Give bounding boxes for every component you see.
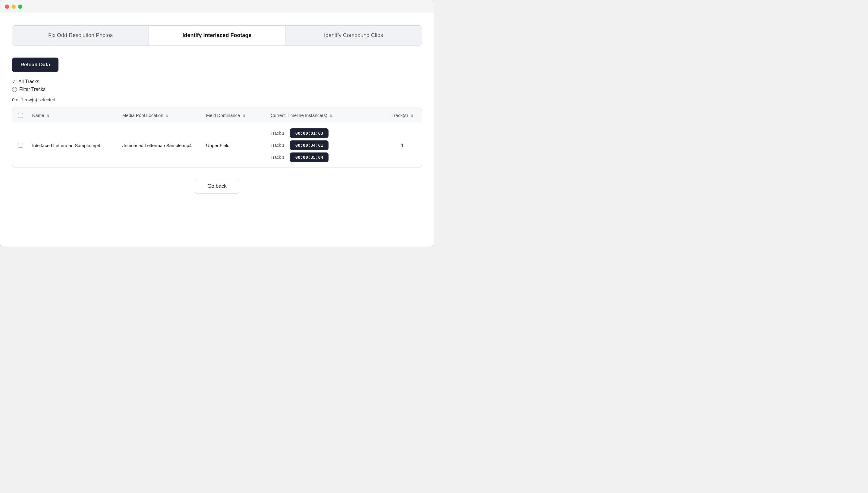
title-bar (0, 0, 434, 13)
main-window: Fix Odd Resolution Photos Identify Inter… (0, 0, 434, 246)
col-location-label: Media Pool Location (122, 113, 164, 118)
row-1-location: /Interlaced Letterman Sample.mp4 (119, 123, 202, 168)
row-1-track-3-time: 00:00:35;04 (290, 152, 329, 162)
row-1-name: Interlaced Letterman Sample.mp4 (28, 123, 118, 168)
tab-bar: Fix Odd Resolution Photos Identify Inter… (12, 25, 422, 45)
content-area: Fix Odd Resolution Photos Identify Inter… (0, 13, 434, 206)
row-1-tracks-value: 1 (401, 143, 404, 148)
row-1-track-2-label: Track 1 (270, 143, 286, 148)
row-1-field-text: Upper Field (206, 143, 230, 148)
col-timeline-sort-icon[interactable]: ⇅ (330, 114, 332, 117)
col-field-sort-icon[interactable]: ⇅ (243, 114, 245, 117)
row-count-label: 0 of 1 row(s) selected. (12, 97, 422, 102)
data-table: Name ⇅ Media Pool Location ⇅ Field Domin… (13, 108, 421, 168)
col-name-sort-icon[interactable]: ⇅ (47, 114, 49, 117)
filter-tracks-label: Filter Tracks (19, 87, 45, 92)
reload-data-button[interactable]: Reload Data (12, 58, 59, 72)
data-table-container: Name ⇅ Media Pool Location ⇅ Field Domin… (12, 108, 422, 168)
maximize-button[interactable] (18, 4, 22, 9)
row-1-checkbox-cell (13, 123, 28, 168)
row-1-track-3-label: Track 1 (270, 155, 286, 160)
row-1-name-text: Interlaced Letterman Sample.mp4 (32, 143, 100, 148)
table-header-row: Name ⇅ Media Pool Location ⇅ Field Domin… (13, 108, 421, 123)
minimize-button[interactable] (12, 4, 16, 9)
table-row: Interlaced Letterman Sample.mp4 /Interla… (13, 123, 421, 168)
col-field-label: Field Dominance (206, 113, 240, 118)
all-tracks-label: All Tracks (18, 79, 39, 84)
tab-identify-interlaced[interactable]: Identify Interlaced Footage (149, 26, 285, 45)
col-tracks-label: Track(s) (391, 113, 408, 118)
row-1-tracks: 1 (383, 123, 421, 168)
row-1-track-1: Track 1 00:00:01;03 (270, 128, 379, 138)
row-1-checkbox[interactable] (18, 143, 23, 148)
col-header-checkbox (13, 108, 28, 123)
row-1-track-1-time: 00:00:01;03 (290, 128, 329, 138)
go-back-button[interactable]: Go back (195, 179, 239, 194)
all-tracks-check-icon: ✓ (12, 79, 16, 84)
col-header-name[interactable]: Name ⇅ (28, 108, 118, 123)
all-tracks-option[interactable]: ✓ All Tracks (12, 79, 422, 84)
close-button[interactable] (5, 4, 9, 9)
go-back-container: Go back (12, 179, 422, 194)
row-1-location-text: /Interlaced Letterman Sample.mp4 (122, 143, 192, 148)
col-header-location[interactable]: Media Pool Location ⇅ (119, 108, 202, 123)
row-1-track-3: Track 1 00:00:35;04 (270, 152, 379, 162)
filter-tracks-radio-icon (12, 87, 17, 92)
row-1-timeline-cell: Track 1 00:00:01;03 Track 1 00:00:34;01 … (270, 128, 379, 162)
filter-tracks-option[interactable]: Filter Tracks (12, 87, 422, 92)
col-tracks-sort-icon[interactable]: ⇅ (411, 114, 413, 117)
row-1-track-2: Track 1 00:00:34;01 (270, 141, 379, 150)
row-1-track-2-time: 00:00:34;01 (290, 141, 329, 150)
row-1-field-dominance: Upper Field (202, 123, 267, 168)
col-timeline-label: Current Timeline Instance(s) (270, 113, 327, 118)
row-1-track-1-label: Track 1 (270, 131, 286, 135)
col-header-field-dominance[interactable]: Field Dominance ⇅ (202, 108, 267, 123)
tab-identify-compound[interactable]: Identify Compound Clips (285, 26, 421, 45)
col-name-label: Name (32, 113, 44, 118)
select-all-checkbox[interactable] (18, 113, 23, 118)
tab-fix-odd-resolution[interactable]: Fix Odd Resolution Photos (13, 26, 149, 45)
row-1-timeline-instances: Track 1 00:00:01;03 Track 1 00:00:34;01 … (267, 123, 383, 168)
filter-radio-group: ✓ All Tracks Filter Tracks (12, 79, 422, 92)
col-header-tracks[interactable]: Track(s) ⇅ (383, 108, 421, 123)
col-location-sort-icon[interactable]: ⇅ (166, 114, 169, 117)
col-header-timeline[interactable]: Current Timeline Instance(s) ⇅ (267, 108, 383, 123)
